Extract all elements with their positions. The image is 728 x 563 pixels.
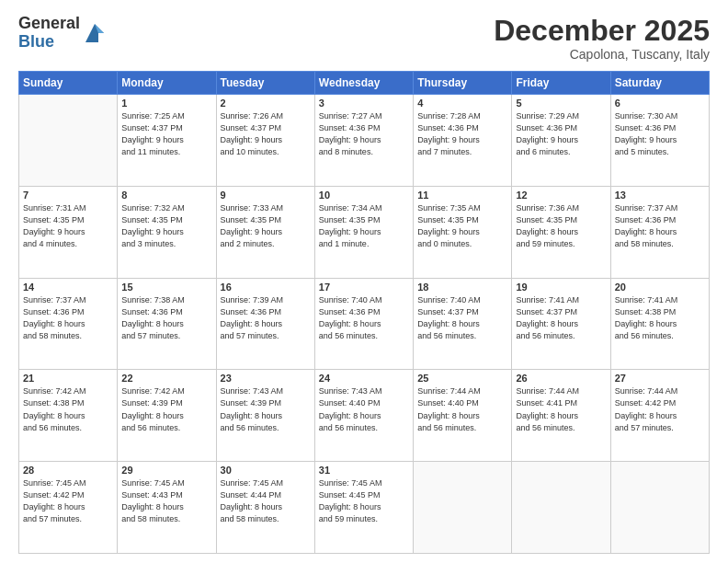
day-number: 28 xyxy=(23,465,113,476)
calendar-cell: 12Sunrise: 7:36 AMSunset: 4:35 PMDayligh… xyxy=(512,186,610,278)
day-info: Sunrise: 7:36 AMSunset: 4:35 PMDaylight:… xyxy=(516,202,606,250)
calendar-cell: 21Sunrise: 7:42 AMSunset: 4:38 PMDayligh… xyxy=(19,370,118,462)
calendar-cell: 17Sunrise: 7:40 AMSunset: 4:36 PMDayligh… xyxy=(314,278,413,370)
day-info: Sunrise: 7:26 AMSunset: 4:37 PMDaylight:… xyxy=(221,110,311,158)
calendar-cell: 6Sunrise: 7:30 AMSunset: 4:36 PMDaylight… xyxy=(610,95,709,187)
day-number: 11 xyxy=(417,190,507,201)
day-info: Sunrise: 7:29 AMSunset: 4:36 PMDaylight:… xyxy=(516,110,606,158)
month-title: December 2025 xyxy=(494,15,710,47)
day-number: 8 xyxy=(121,190,211,201)
day-info: Sunrise: 7:31 AMSunset: 4:35 PMDaylight:… xyxy=(23,202,113,250)
logo: General Blue xyxy=(18,15,108,52)
day-number: 9 xyxy=(221,190,311,201)
day-number: 24 xyxy=(319,373,409,384)
day-info: Sunrise: 7:35 AMSunset: 4:35 PMDaylight:… xyxy=(417,202,507,250)
calendar-cell: 20Sunrise: 7:41 AMSunset: 4:38 PMDayligh… xyxy=(610,278,709,370)
calendar-cell: 14Sunrise: 7:37 AMSunset: 4:36 PMDayligh… xyxy=(19,278,118,370)
day-info: Sunrise: 7:27 AMSunset: 4:36 PMDaylight:… xyxy=(319,110,409,158)
day-info: Sunrise: 7:41 AMSunset: 4:38 PMDaylight:… xyxy=(615,294,705,342)
day-number: 23 xyxy=(221,373,311,384)
col-header-monday: Monday xyxy=(118,72,216,95)
logo-text: General Blue xyxy=(18,15,80,52)
col-header-wednesday: Wednesday xyxy=(314,72,413,95)
col-header-thursday: Thursday xyxy=(414,72,512,95)
day-info: Sunrise: 7:45 AMSunset: 4:43 PMDaylight:… xyxy=(121,477,211,525)
calendar-cell xyxy=(19,95,118,187)
day-info: Sunrise: 7:45 AMSunset: 4:45 PMDaylight:… xyxy=(319,477,409,525)
day-number: 19 xyxy=(516,282,606,293)
day-info: Sunrise: 7:42 AMSunset: 4:38 PMDaylight:… xyxy=(23,385,113,433)
location: Capolona, Tuscany, Italy xyxy=(494,47,710,62)
day-info: Sunrise: 7:37 AMSunset: 4:36 PMDaylight:… xyxy=(23,294,113,342)
page: General Blue December 2025 Capolona, Tus… xyxy=(0,0,728,563)
calendar-cell: 7Sunrise: 7:31 AMSunset: 4:35 PMDaylight… xyxy=(19,186,118,278)
day-info: Sunrise: 7:38 AMSunset: 4:36 PMDaylight:… xyxy=(121,294,211,342)
logo-icon xyxy=(82,20,108,46)
calendar-cell: 5Sunrise: 7:29 AMSunset: 4:36 PMDaylight… xyxy=(512,95,610,187)
col-header-sunday: Sunday xyxy=(19,72,118,95)
logo-general: General xyxy=(18,15,80,33)
day-info: Sunrise: 7:34 AMSunset: 4:35 PMDaylight:… xyxy=(319,202,409,250)
day-number: 26 xyxy=(516,373,606,384)
calendar-cell: 11Sunrise: 7:35 AMSunset: 4:35 PMDayligh… xyxy=(414,186,512,278)
calendar-cell: 24Sunrise: 7:43 AMSunset: 4:40 PMDayligh… xyxy=(314,370,413,462)
week-row-4: 21Sunrise: 7:42 AMSunset: 4:38 PMDayligh… xyxy=(19,370,710,462)
calendar-cell: 1Sunrise: 7:25 AMSunset: 4:37 PMDaylight… xyxy=(118,95,216,187)
calendar-cell: 23Sunrise: 7:43 AMSunset: 4:39 PMDayligh… xyxy=(216,370,314,462)
calendar-cell xyxy=(610,462,709,554)
calendar-cell: 13Sunrise: 7:37 AMSunset: 4:36 PMDayligh… xyxy=(610,186,709,278)
day-info: Sunrise: 7:32 AMSunset: 4:35 PMDaylight:… xyxy=(121,202,211,250)
day-number: 15 xyxy=(121,282,211,293)
day-number: 17 xyxy=(319,282,409,293)
col-header-tuesday: Tuesday xyxy=(216,72,314,95)
title-block: December 2025 Capolona, Tuscany, Italy xyxy=(494,15,710,62)
day-number: 16 xyxy=(221,282,311,293)
calendar-cell: 10Sunrise: 7:34 AMSunset: 4:35 PMDayligh… xyxy=(314,186,413,278)
day-number: 10 xyxy=(319,190,409,201)
col-header-friday: Friday xyxy=(512,72,610,95)
header: General Blue December 2025 Capolona, Tus… xyxy=(18,15,710,62)
day-number: 30 xyxy=(221,465,311,476)
day-number: 22 xyxy=(121,373,211,384)
day-info: Sunrise: 7:44 AMSunset: 4:40 PMDaylight:… xyxy=(417,385,507,433)
col-header-saturday: Saturday xyxy=(610,72,709,95)
day-number: 12 xyxy=(516,190,606,201)
calendar-cell: 19Sunrise: 7:41 AMSunset: 4:37 PMDayligh… xyxy=(512,278,610,370)
calendar-cell: 18Sunrise: 7:40 AMSunset: 4:37 PMDayligh… xyxy=(414,278,512,370)
logo-blue: Blue xyxy=(18,33,80,52)
calendar-cell: 31Sunrise: 7:45 AMSunset: 4:45 PMDayligh… xyxy=(314,462,413,554)
day-info: Sunrise: 7:43 AMSunset: 4:40 PMDaylight:… xyxy=(319,385,409,433)
day-number: 21 xyxy=(23,373,113,384)
day-number: 31 xyxy=(319,465,409,476)
calendar-cell xyxy=(414,462,512,554)
day-number: 3 xyxy=(319,98,409,109)
day-number: 13 xyxy=(615,190,705,201)
calendar-header-row: SundayMondayTuesdayWednesdayThursdayFrid… xyxy=(19,72,710,95)
day-number: 14 xyxy=(23,282,113,293)
calendar-cell: 27Sunrise: 7:44 AMSunset: 4:42 PMDayligh… xyxy=(610,370,709,462)
calendar-cell: 4Sunrise: 7:28 AMSunset: 4:36 PMDaylight… xyxy=(414,95,512,187)
calendar-cell: 16Sunrise: 7:39 AMSunset: 4:36 PMDayligh… xyxy=(216,278,314,370)
calendar-cell: 25Sunrise: 7:44 AMSunset: 4:40 PMDayligh… xyxy=(414,370,512,462)
day-info: Sunrise: 7:44 AMSunset: 4:42 PMDaylight:… xyxy=(615,385,705,433)
day-number: 6 xyxy=(615,98,705,109)
day-info: Sunrise: 7:45 AMSunset: 4:42 PMDaylight:… xyxy=(23,477,113,525)
day-info: Sunrise: 7:37 AMSunset: 4:36 PMDaylight:… xyxy=(615,202,705,250)
day-number: 2 xyxy=(221,98,311,109)
day-number: 1 xyxy=(121,98,211,109)
week-row-1: 1Sunrise: 7:25 AMSunset: 4:37 PMDaylight… xyxy=(19,95,710,187)
day-info: Sunrise: 7:39 AMSunset: 4:36 PMDaylight:… xyxy=(221,294,311,342)
calendar-cell xyxy=(512,462,610,554)
day-info: Sunrise: 7:42 AMSunset: 4:39 PMDaylight:… xyxy=(121,385,211,433)
calendar-cell: 2Sunrise: 7:26 AMSunset: 4:37 PMDaylight… xyxy=(216,95,314,187)
day-number: 7 xyxy=(23,190,113,201)
week-row-2: 7Sunrise: 7:31 AMSunset: 4:35 PMDaylight… xyxy=(19,186,710,278)
day-info: Sunrise: 7:45 AMSunset: 4:44 PMDaylight:… xyxy=(221,477,311,525)
day-info: Sunrise: 7:25 AMSunset: 4:37 PMDaylight:… xyxy=(121,110,211,158)
day-number: 18 xyxy=(417,282,507,293)
calendar-cell: 8Sunrise: 7:32 AMSunset: 4:35 PMDaylight… xyxy=(118,186,216,278)
day-info: Sunrise: 7:28 AMSunset: 4:36 PMDaylight:… xyxy=(417,110,507,158)
calendar-cell: 22Sunrise: 7:42 AMSunset: 4:39 PMDayligh… xyxy=(118,370,216,462)
day-info: Sunrise: 7:40 AMSunset: 4:37 PMDaylight:… xyxy=(417,294,507,342)
calendar-table: SundayMondayTuesdayWednesdayThursdayFrid… xyxy=(18,71,710,554)
